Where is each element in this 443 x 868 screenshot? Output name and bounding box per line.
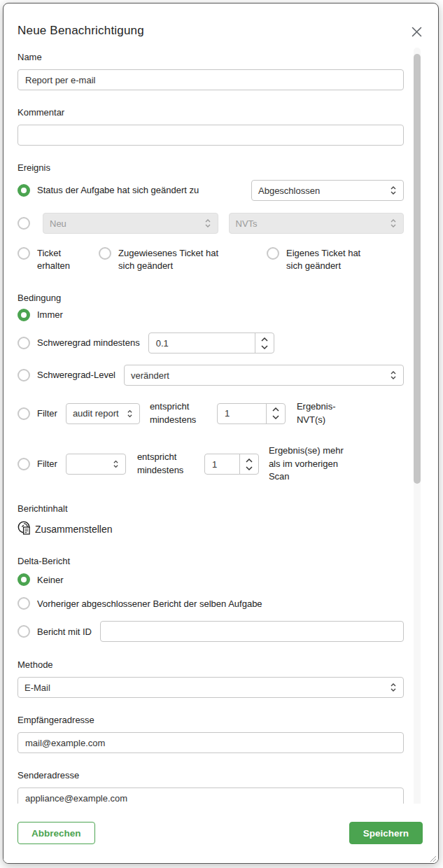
dialog-title: Neue Benachrichtigung bbox=[17, 24, 144, 38]
condition-level-row: Schweregrad-Level verändert bbox=[17, 365, 404, 386]
delta-report-label: Delta-Bericht bbox=[17, 556, 404, 566]
spinner-down-icon[interactable] bbox=[272, 414, 280, 420]
spinner-buttons[interactable] bbox=[239, 454, 258, 474]
resize-handle[interactable] bbox=[428, 853, 437, 862]
filter1-count-spinner[interactable]: 1 bbox=[217, 403, 286, 424]
condition-section: Bedingung Immer Schweregrad mindestens 0… bbox=[17, 293, 404, 484]
method-field-group: Methode E-Mail bbox=[17, 659, 404, 698]
spinner-up-icon[interactable] bbox=[272, 407, 280, 412]
option-owned-ticket-changed[interactable]: Eigenes Ticket hat sich geändert bbox=[267, 247, 374, 272]
filter2-select[interactable] bbox=[66, 454, 126, 475]
close-icon[interactable] bbox=[410, 25, 423, 38]
spinner-down-icon[interactable] bbox=[245, 465, 253, 471]
ticket-received-label: Ticket erhalten bbox=[37, 247, 79, 272]
filter2-label: Filter bbox=[37, 458, 57, 470]
radio-filter1[interactable] bbox=[17, 407, 30, 420]
radio-delta-previous[interactable] bbox=[17, 597, 30, 610]
scrollbar[interactable] bbox=[414, 48, 421, 809]
recipient-input[interactable] bbox=[17, 732, 404, 753]
condition-filter1-row: Filter audit report entspricht mindesten… bbox=[17, 400, 404, 427]
filter2-matches-label: entspricht mindestens bbox=[137, 451, 195, 477]
comment-input[interactable] bbox=[17, 125, 404, 146]
spinner-up-icon[interactable] bbox=[260, 337, 269, 342]
always-label: Immer bbox=[37, 309, 63, 321]
select-chevrons-icon bbox=[390, 218, 397, 229]
recipient-field-group: Empfängeradresse bbox=[17, 715, 404, 753]
name-label: Name bbox=[17, 52, 404, 62]
filter2-count: 1 bbox=[205, 454, 239, 474]
radio-always[interactable] bbox=[17, 309, 30, 321]
radio-severity-level[interactable] bbox=[17, 369, 30, 382]
radio-owned-ticket-changed[interactable] bbox=[267, 247, 279, 260]
dialog-footer: Abbrechen Speichern bbox=[3, 804, 438, 863]
filter2-suffix-label: Ergebnis(se) mehr als im vorherigen Scan bbox=[269, 444, 356, 484]
filter2-count-spinner[interactable]: 1 bbox=[204, 454, 259, 475]
severity-spinner[interactable]: 0.1 bbox=[148, 332, 274, 354]
condition-section-label: Bedingung bbox=[17, 293, 404, 303]
scrollbar-thumb[interactable] bbox=[414, 54, 421, 484]
report-content-section: Berichtinhalt Zusammenstellen bbox=[17, 503, 404, 538]
delta-report-id-input[interactable] bbox=[100, 621, 404, 642]
select-chevrons-icon bbox=[113, 459, 119, 469]
secinfo-type-text: NVTs bbox=[236, 218, 258, 229]
name-input[interactable] bbox=[17, 69, 404, 90]
filter1-count: 1 bbox=[218, 404, 266, 424]
spinner-down-icon[interactable] bbox=[260, 344, 269, 350]
secinfo-type-select: NVTs bbox=[229, 213, 405, 234]
delta-report-section: Delta-Bericht Keiner Vorheriger abgeschl… bbox=[17, 556, 404, 642]
select-chevrons-icon bbox=[390, 185, 397, 196]
option-assigned-ticket-changed[interactable]: Zugewiesenes Ticket hat sich geändert bbox=[99, 247, 267, 272]
method-select[interactable]: E-Mail bbox=[17, 677, 404, 698]
spinner-buttons[interactable] bbox=[266, 404, 285, 424]
radio-filter2[interactable] bbox=[17, 458, 30, 470]
status-value-text: Abgeschlossen bbox=[258, 186, 320, 196]
delta-report-id-label: Bericht mit ID bbox=[37, 626, 92, 638]
recipient-label: Empfängeradresse bbox=[17, 715, 404, 725]
dialog-scroll-content: Name Kommentar Ereignis Status der Aufga… bbox=[17, 46, 404, 811]
delta-previous-row[interactable]: Vorheriger abgeschlossener Bericht der s… bbox=[17, 597, 404, 610]
radio-ticket-received[interactable] bbox=[17, 247, 30, 260]
comment-label: Kommentar bbox=[17, 107, 404, 118]
filter1-select[interactable]: audit report bbox=[66, 403, 140, 424]
compose-label: Zusammenstellen bbox=[35, 524, 113, 535]
radio-secinfo-event[interactable] bbox=[17, 217, 30, 230]
severity-level-select[interactable]: verändert bbox=[124, 365, 404, 386]
name-field-group: Name bbox=[17, 52, 404, 90]
event-section: Ereignis Status der Aufgabe hat sich geä… bbox=[17, 162, 404, 272]
severity-value: 0.1 bbox=[149, 333, 255, 353]
radio-status-changed-label: Status der Aufgabe hat sich geändert zu bbox=[37, 184, 199, 197]
radio-status-changed[interactable] bbox=[17, 184, 30, 197]
radio-severity-at-least[interactable] bbox=[17, 337, 30, 349]
method-label: Methode bbox=[17, 659, 404, 670]
option-ticket-received[interactable]: Ticket erhalten bbox=[17, 247, 99, 272]
save-button[interactable]: Speichern bbox=[349, 822, 423, 844]
select-chevrons-icon bbox=[390, 682, 397, 693]
severity-at-least-label: Schweregrad mindestens bbox=[37, 337, 140, 349]
compose-report-content-button[interactable]: Zusammenstellen bbox=[17, 521, 404, 538]
severity-level-label: Schweregrad-Level bbox=[37, 369, 115, 382]
select-chevrons-icon bbox=[390, 370, 397, 381]
status-value-select[interactable]: Abgeschlossen bbox=[251, 180, 404, 201]
assigned-ticket-changed-label: Zugewiesenes Ticket hat sich geändert bbox=[118, 247, 230, 272]
event-secinfo-row: Neu NVTs bbox=[17, 213, 404, 234]
filter1-suffix-label: Ergebnis-NVT(s) bbox=[297, 400, 356, 427]
radio-delta-none[interactable] bbox=[17, 573, 30, 586]
spinner-up-icon[interactable] bbox=[245, 458, 253, 463]
filter1-value: audit report bbox=[73, 408, 119, 419]
new-alert-dialog: Neue Benachrichtigung Name Kommentar Ere… bbox=[3, 3, 439, 864]
delta-none-row[interactable]: Keiner bbox=[17, 573, 404, 586]
radio-delta-report-id[interactable] bbox=[17, 625, 30, 638]
method-value: E-Mail bbox=[24, 682, 50, 693]
severity-level-value: verändert bbox=[131, 370, 169, 381]
spinner-buttons[interactable] bbox=[255, 333, 274, 353]
secinfo-event-select: Neu bbox=[43, 213, 218, 234]
radio-assigned-ticket-changed[interactable] bbox=[99, 247, 111, 260]
cancel-button[interactable]: Abbrechen bbox=[17, 822, 95, 844]
event-section-label: Ereignis bbox=[17, 162, 404, 173]
compose-report-icon[interactable] bbox=[17, 521, 31, 538]
select-chevrons-icon bbox=[127, 409, 133, 419]
comment-field-group: Kommentar bbox=[17, 107, 404, 146]
sender-label: Senderadresse bbox=[17, 770, 404, 780]
secinfo-event-text: Neu bbox=[50, 218, 66, 229]
condition-always-row[interactable]: Immer bbox=[17, 309, 404, 321]
